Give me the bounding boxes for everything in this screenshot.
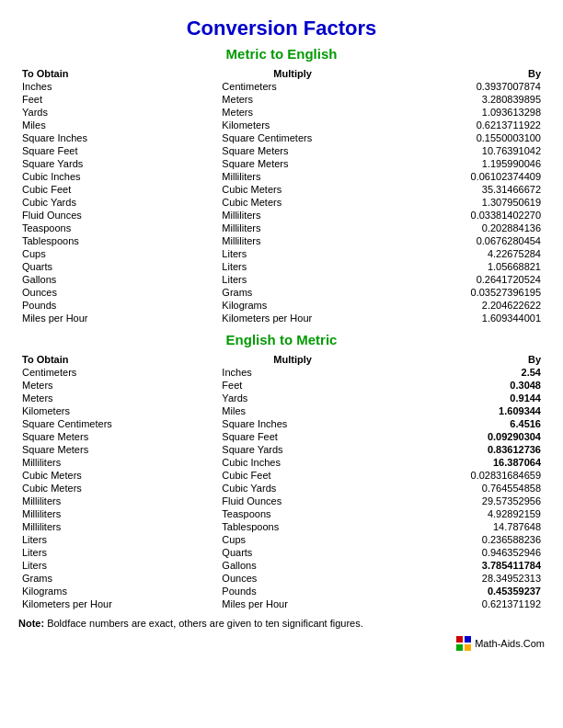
table-cell: 0.764554858 <box>403 482 545 495</box>
table-cell: Square Yards <box>18 157 218 170</box>
table-row: MillilitersFluid Ounces29.57352956 <box>18 495 545 507</box>
table-row: MetersYards0.9144 <box>18 392 545 404</box>
table-cell: Yards <box>218 392 402 404</box>
table-cell: Milliliters <box>18 520 218 533</box>
table-cell: Meters <box>218 106 402 119</box>
note-label: Note: <box>18 618 44 629</box>
table-row: QuartsLiters1.05668821 <box>18 260 545 273</box>
table-cell: Kilograms <box>218 299 402 312</box>
table-cell: 0.02831684659 <box>403 469 545 482</box>
table-row: Kilometers per HourMiles per Hour0.62137… <box>18 597 545 610</box>
table-cell: Square Meters <box>18 430 218 443</box>
table-cell: 1.05668821 <box>403 260 545 273</box>
table-cell: Square Feet <box>218 430 402 443</box>
table-cell: Square Yards <box>218 443 402 456</box>
table-cell: Tablespoons <box>218 520 402 533</box>
table-cell: Milliliters <box>218 170 402 183</box>
col-header-to-obtain-1: To Obtain <box>18 67 218 80</box>
table-cell: Miles <box>18 119 218 131</box>
table-cell: Cubic Meters <box>218 183 402 196</box>
table-row: FeetMeters3.280839895 <box>18 93 545 106</box>
table-row: Cubic MetersCubic Yards0.764554858 <box>18 482 545 495</box>
table-cell: Ounces <box>218 572 402 585</box>
table-row: MillilitersTablespoons14.787648 <box>18 520 545 533</box>
math-aids-icon <box>456 636 471 651</box>
svg-rect-3 <box>465 644 471 651</box>
table-row: Cubic MetersCubic Feet0.02831684659 <box>18 469 545 482</box>
table-cell: Centimeters <box>218 80 402 93</box>
table-row: KilogramsPounds0.45359237 <box>18 585 545 597</box>
table-cell: Quarts <box>218 546 402 559</box>
table-cell: 1.093613298 <box>403 106 545 119</box>
table-cell: Kilometers per Hour <box>18 597 218 610</box>
col-header-by-1: By <box>403 67 545 80</box>
table-cell: Kilograms <box>18 585 218 597</box>
table-cell: Kilometers <box>218 119 402 131</box>
table-cell: 1.195990046 <box>403 157 545 170</box>
table-cell: Miles per Hour <box>218 597 402 610</box>
table-cell: 4.22675284 <box>403 247 545 260</box>
col-header-by-2: By <box>403 353 545 366</box>
table-row: MetersFeet0.3048 <box>18 379 545 392</box>
table-cell: 0.202884136 <box>403 222 545 234</box>
table-row: InchesCentimeters0.3937007874 <box>18 80 545 93</box>
table-cell: Liters <box>18 546 218 559</box>
table-row: OuncesGrams0.03527396195 <box>18 286 545 299</box>
table-cell: 1.609344 <box>403 404 545 417</box>
table-cell: 0.3937007874 <box>403 80 545 93</box>
note-section: Note: Boldface numbers are exact, others… <box>18 618 545 629</box>
table-cell: Milliliters <box>218 234 402 247</box>
col-header-to-obtain-2: To Obtain <box>18 353 218 366</box>
main-title: Conversion Factors <box>18 17 545 40</box>
table-row: MillilitersTeaspoons4.92892159 <box>18 507 545 520</box>
footer: Math-Aids.Com <box>18 636 545 651</box>
table-cell: Liters <box>218 260 402 273</box>
english-to-metric-table: To Obtain Multiply By CentimetersInches2… <box>18 353 545 610</box>
table-cell: Cubic Inches <box>218 456 402 469</box>
table-cell: 0.83612736 <box>403 443 545 456</box>
table-cell: Teaspoons <box>18 222 218 234</box>
table-row: LitersGallons3.785411784 <box>18 559 545 572</box>
table-cell: Pounds <box>218 585 402 597</box>
table-cell: Square Centimeters <box>18 417 218 430</box>
footer-logo: Math-Aids.Com <box>456 636 545 651</box>
table-cell: Gallons <box>218 559 402 572</box>
table-row: MillilitersCubic Inches16.387064 <box>18 456 545 469</box>
table-cell: 2.204622622 <box>403 299 545 312</box>
svg-rect-0 <box>456 636 463 643</box>
table-cell: 1.609344001 <box>403 312 545 324</box>
table-row: GallonsLiters0.2641720524 <box>18 273 545 286</box>
footer-text: Math-Aids.Com <box>475 638 545 649</box>
table-row: LitersCups0.236588236 <box>18 533 545 546</box>
table-cell: Milliliters <box>218 222 402 234</box>
svg-rect-1 <box>465 636 471 643</box>
table-cell: Cubic Feet <box>18 183 218 196</box>
table-cell: Cubic Meters <box>18 469 218 482</box>
table-row: YardsMeters1.093613298 <box>18 106 545 119</box>
table-cell: Milliliters <box>18 507 218 520</box>
table-cell: 0.9144 <box>403 392 545 404</box>
table-cell: Gallons <box>18 273 218 286</box>
table-cell: 29.57352956 <box>403 495 545 507</box>
table-cell: 0.09290304 <box>403 430 545 443</box>
table-cell: 3.280839895 <box>403 93 545 106</box>
table-cell: Cubic Meters <box>218 196 402 209</box>
table-cell: 0.0676280454 <box>403 234 545 247</box>
table-row: Square YardsSquare Meters1.195990046 <box>18 157 545 170</box>
table-row: MilesKilometers0.6213711922 <box>18 119 545 131</box>
table-cell: 0.03527396195 <box>403 286 545 299</box>
section2-title: English to Metric <box>18 332 545 347</box>
table-cell: Cups <box>218 533 402 546</box>
table-cell: Liters <box>218 247 402 260</box>
table-row: Cubic FeetCubic Meters35.31466672 <box>18 183 545 196</box>
col-header-multiply-1: Multiply <box>218 67 402 80</box>
table-cell: Square Inches <box>218 417 402 430</box>
table-row: KilometersMiles1.609344 <box>18 404 545 417</box>
table-cell: 28.34952313 <box>403 572 545 585</box>
table-cell: Tablespoons <box>18 234 218 247</box>
table-cell: Grams <box>218 286 402 299</box>
metric-to-english-table: To Obtain Multiply By InchesCentimeters0… <box>18 67 545 324</box>
table-cell: 4.92892159 <box>403 507 545 520</box>
table-cell: Milliliters <box>218 209 402 222</box>
table-cell: Fluid Ounces <box>18 209 218 222</box>
